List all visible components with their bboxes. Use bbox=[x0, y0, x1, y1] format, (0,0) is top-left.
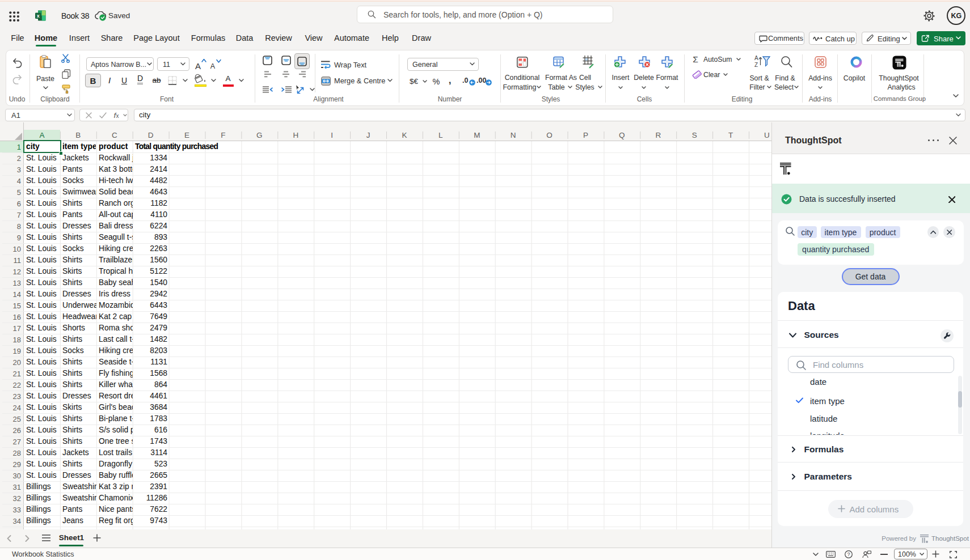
svg-text:?: ? bbox=[847, 551, 850, 557]
